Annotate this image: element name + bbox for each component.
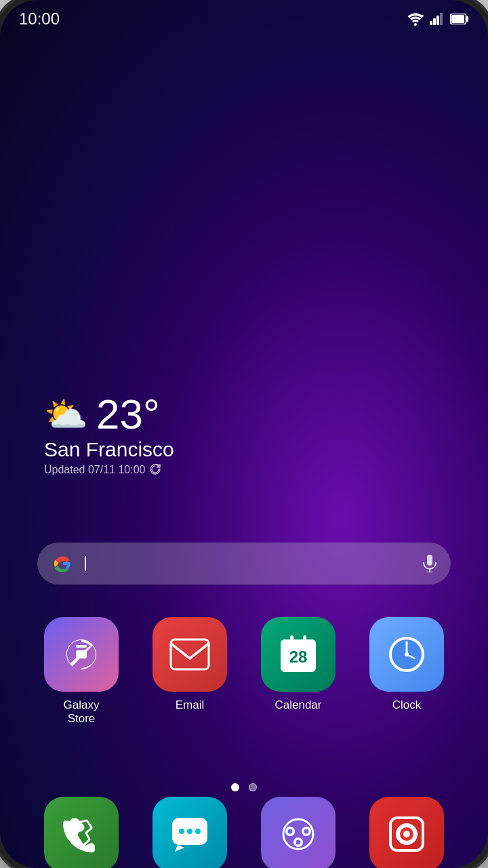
svg-point-25 [179, 829, 184, 834]
messages-app-icon [152, 797, 227, 868]
svg-rect-7 [451, 15, 464, 23]
svg-rect-11 [76, 645, 87, 648]
app-screen-recorder[interactable] [363, 797, 451, 868]
svg-point-34 [296, 840, 301, 845]
phone-frame: 10:00 [0, 0, 488, 868]
app-email[interactable]: Email [146, 617, 234, 712]
bottom-app-row [0, 797, 488, 868]
app-galaxy-round[interactable] [254, 797, 342, 868]
refresh-icon [149, 464, 161, 476]
svg-point-26 [187, 829, 192, 834]
app-dock: GalaxyStore Email 28 [0, 617, 488, 733]
page-dot-1[interactable] [231, 783, 239, 791]
app-messages[interactable] [146, 797, 234, 868]
svg-point-0 [414, 23, 417, 26]
galaxy-round-icon [261, 797, 336, 868]
svg-rect-18 [303, 635, 306, 645]
weather-city: San Francisco [44, 438, 174, 461]
email-label: Email [176, 698, 205, 712]
weather-updated: Updated 07/11 10:00 [44, 464, 174, 476]
clock-label: Clock [392, 698, 422, 712]
svg-point-38 [403, 831, 410, 837]
battery-icon [450, 14, 469, 24]
svg-rect-4 [440, 13, 443, 25]
svg-rect-8 [427, 555, 432, 566]
weather-widget[interactable]: ⛅ 23° San Francisco Updated 07/11 10:00 [44, 393, 174, 476]
svg-text:28: 28 [289, 648, 308, 666]
svg-rect-17 [290, 635, 293, 645]
svg-rect-12 [76, 650, 87, 658]
svg-rect-6 [466, 16, 468, 22]
svg-point-27 [195, 829, 201, 834]
app-row-main: GalaxyStore Email 28 [27, 617, 461, 726]
app-clock[interactable]: Clock [363, 617, 451, 712]
page-indicators [0, 783, 488, 791]
weather-temperature: 23° [96, 393, 160, 435]
app-calendar[interactable]: 28 Calendar [254, 617, 342, 712]
search-bar[interactable] [37, 542, 451, 585]
svg-rect-3 [436, 16, 439, 25]
app-phone[interactable] [37, 797, 125, 868]
svg-rect-1 [430, 21, 432, 25]
app-galaxy-store[interactable]: GalaxyStore [37, 617, 125, 726]
google-logo [51, 551, 75, 576]
svg-rect-2 [433, 18, 436, 25]
svg-rect-13 [171, 639, 209, 669]
signal-icon [430, 13, 445, 25]
galaxy-store-icon [44, 617, 119, 692]
status-bar: 10:00 [0, 0, 488, 37]
svg-point-32 [288, 829, 293, 834]
galaxy-store-label: GalaxyStore [64, 698, 100, 726]
email-icon [152, 617, 227, 692]
page-dot-2[interactable] [249, 783, 257, 791]
wifi-icon [407, 12, 424, 26]
svg-point-33 [304, 829, 309, 834]
weather-top: ⛅ 23° [44, 393, 174, 435]
calendar-icon: 28 [261, 617, 336, 692]
status-icons [407, 12, 469, 26]
weather-condition-icon: ⛅ [44, 394, 88, 435]
clock-icon [369, 617, 444, 692]
search-cursor [85, 556, 86, 571]
microphone-icon[interactable] [422, 555, 437, 572]
phone-app-icon [44, 797, 119, 868]
screen-recorder-icon [369, 797, 444, 868]
status-time: 10:00 [19, 9, 60, 28]
calendar-label: Calendar [275, 698, 322, 712]
